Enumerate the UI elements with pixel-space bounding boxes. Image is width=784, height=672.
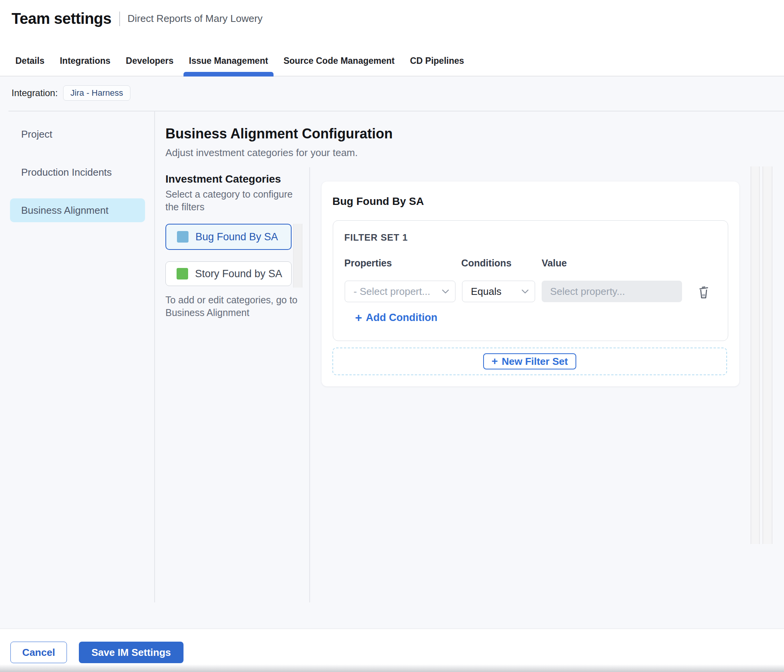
filter-card-title: Bug Found By SA bbox=[332, 195, 424, 208]
panel-scrollbar-track[interactable] bbox=[751, 166, 760, 544]
plus-icon: + bbox=[355, 312, 362, 324]
categories-divider bbox=[309, 167, 310, 602]
tab-cd-pipelines[interactable]: CD Pipelines bbox=[405, 45, 470, 77]
condition-select[interactable]: Equals bbox=[462, 281, 535, 302]
new-filter-set-label: New Filter Set bbox=[502, 356, 568, 368]
title-divider bbox=[119, 12, 120, 26]
page-scrollbar-track[interactable] bbox=[762, 166, 772, 544]
tab-integrations[interactable]: Integrations bbox=[54, 45, 116, 77]
sidebar-item-production-incidents[interactable]: Production Incidents bbox=[10, 160, 145, 184]
settings-sidebar: Project Production Incidents Business Al… bbox=[0, 122, 155, 236]
add-condition-label: Add Condition bbox=[366, 312, 437, 324]
section-title: Business Alignment Configuration bbox=[165, 126, 393, 142]
category-story-found-by-sa[interactable]: Story Found by SA bbox=[165, 261, 292, 286]
sidebar-item-business-alignment[interactable]: Business Alignment bbox=[10, 198, 145, 222]
property-select[interactable]: - Select propert... bbox=[345, 281, 455, 302]
categories-note: To add or edit categories, go to Busines… bbox=[165, 294, 309, 319]
page-title: Team settings bbox=[12, 10, 112, 27]
category-label: Bug Found By SA bbox=[195, 231, 278, 243]
chevron-down-icon bbox=[442, 289, 449, 294]
category-color-swatch-green bbox=[177, 268, 188, 279]
category-bug-found-by-sa[interactable]: Bug Found By SA bbox=[165, 224, 292, 250]
sidebar-item-project[interactable]: Project bbox=[10, 122, 145, 146]
save-im-settings-button[interactable]: Save IM Settings bbox=[79, 642, 183, 663]
footer-bar: Cancel Save IM Settings bbox=[0, 629, 784, 672]
integration-chip[interactable]: Jira - Harness bbox=[63, 85, 130, 101]
new-filter-set-button[interactable]: + New Filter Set bbox=[483, 353, 576, 369]
column-label-properties: Properties bbox=[344, 258, 392, 269]
tab-developers[interactable]: Developers bbox=[120, 45, 179, 77]
filter-set-box: FILTER SET 1 Properties Conditions Value… bbox=[333, 220, 728, 341]
tab-issue-management[interactable]: Issue Management bbox=[183, 45, 274, 77]
category-list-scrollbar[interactable] bbox=[293, 224, 302, 288]
header: Team settings Direct Reports of Mary Low… bbox=[12, 10, 263, 27]
tab-details[interactable]: Details bbox=[10, 45, 50, 77]
trash-icon bbox=[698, 284, 709, 299]
chevron-down-icon bbox=[522, 289, 529, 294]
tab-source-code-management[interactable]: Source Code Management bbox=[278, 45, 400, 77]
condition-select-value: Equals bbox=[471, 286, 519, 298]
category-label: Story Found by SA bbox=[195, 268, 282, 280]
column-label-value: Value bbox=[542, 258, 567, 269]
value-input[interactable] bbox=[542, 281, 682, 302]
property-select-placeholder: - Select propert... bbox=[354, 286, 439, 298]
filter-set-title: FILTER SET 1 bbox=[344, 232, 408, 243]
add-condition-button[interactable]: + Add Condition bbox=[355, 312, 437, 324]
integration-row: Integration: Jira - Harness bbox=[12, 85, 130, 101]
integration-divider bbox=[8, 111, 784, 111]
filter-config-card: Bug Found By SA FILTER SET 1 Properties … bbox=[322, 181, 739, 386]
investment-categories-description: Select a category to configure the filte… bbox=[165, 188, 309, 213]
delete-condition-button[interactable] bbox=[696, 283, 712, 301]
category-color-swatch-blue bbox=[177, 231, 188, 243]
section-subtitle: Adjust investment categories for your te… bbox=[165, 147, 358, 159]
footer-bottom-shade bbox=[0, 664, 784, 672]
plus-icon: + bbox=[492, 356, 498, 367]
page-subtitle: Direct Reports of Mary Lowery bbox=[128, 13, 263, 25]
new-filter-set-dropzone: + New Filter Set bbox=[332, 348, 727, 375]
cancel-button[interactable]: Cancel bbox=[10, 642, 67, 663]
column-label-conditions: Conditions bbox=[461, 258, 512, 269]
investment-categories-title: Investment Categories bbox=[165, 173, 281, 185]
team-settings-page: Team settings Direct Reports of Mary Low… bbox=[0, 0, 784, 672]
tab-bar: Details Integrations Developers Issue Ma… bbox=[10, 45, 469, 77]
integration-label: Integration: bbox=[12, 88, 58, 98]
